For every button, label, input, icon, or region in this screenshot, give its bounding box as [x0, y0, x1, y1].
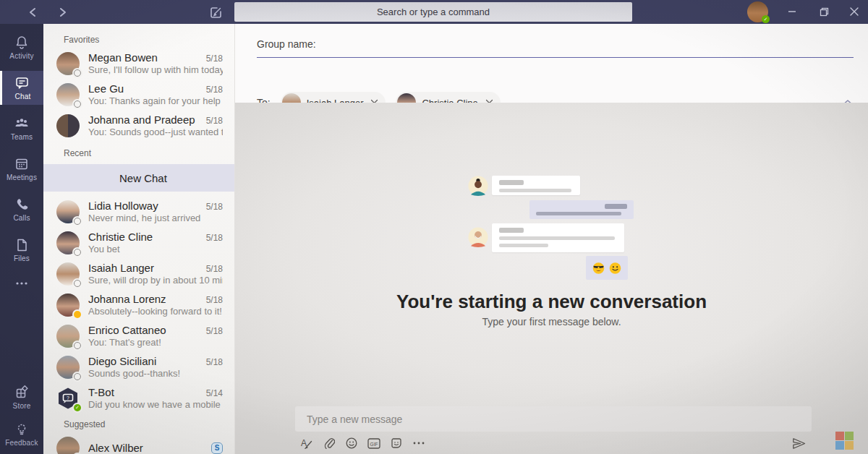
chat-list-item-johanna-lorenz[interactable]: Johanna Lorenz5/18 Absolutely--looking f…	[43, 289, 234, 320]
rail-item-teams[interactable]: Teams	[0, 111, 43, 145]
teams-people-icon	[14, 116, 30, 131]
chat-name: Johanna Lorenz	[88, 293, 202, 305]
rail-label: Feedback	[5, 439, 38, 447]
chat-preview: Sounds good--thanks!	[88, 368, 223, 379]
chat-time: 5/18	[206, 116, 223, 126]
presence-offline-icon	[74, 249, 81, 256]
chat-list-item-diego-siciliani[interactable]: Diego Siciliani5/18 Sounds good--thanks!	[43, 351, 234, 382]
close-button[interactable]	[845, 4, 864, 19]
chat-time: 5/18	[206, 357, 223, 367]
chat-list-item-t-bot[interactable]: ? ✓ T-Bot5/14 Did you know we have a mob…	[43, 382, 234, 414]
avatar	[56, 231, 80, 254]
chat-time: 5/18	[206, 85, 223, 95]
chat-time: 5/18	[206, 264, 223, 274]
new-chat-pane: Group name: To: Isaiah Langer Christie C…	[235, 24, 868, 454]
chat-list-item-isaiah-langer[interactable]: Isaiah Langer5/18 Sure, will drop by in …	[43, 258, 234, 289]
smiley-emoji-icon	[609, 260, 621, 276]
svg-text:?: ?	[67, 395, 69, 400]
chat-time: 5/18	[206, 326, 223, 336]
phone-icon	[14, 197, 29, 212]
chat-time: 5/18	[206, 202, 223, 212]
presence-offline-icon	[74, 218, 81, 225]
presence-offline-icon	[74, 100, 81, 108]
message-input[interactable]	[295, 406, 812, 432]
new-chat-compose-icon[interactable]	[207, 4, 224, 21]
chat-name: Johanna and Pradeep	[88, 113, 202, 126]
chat-list-item-megan-bowen[interactable]: Megan Bowen5/18 Sure, I'll follow up wit…	[43, 48, 234, 79]
presence-available-icon: ✓	[74, 404, 81, 411]
user-avatar[interactable]: ✓	[747, 1, 768, 22]
format-icon[interactable]: A	[300, 437, 313, 450]
rail-item-feedback[interactable]: Feedback	[0, 417, 43, 451]
sticker-icon[interactable]	[390, 437, 403, 450]
send-icon[interactable]	[791, 437, 806, 450]
emoji-icon[interactable]	[345, 437, 358, 450]
avatar-t-bot: ? ✓	[56, 387, 80, 410]
new-chat-label: New Chat	[119, 172, 167, 184]
chat-list-item-lee-gu[interactable]: Lee Gu5/18 You: Thanks again for your he…	[43, 79, 234, 110]
chat-list-item-new-chat-selected[interactable]: New Chat	[43, 164, 234, 192]
gif-icon[interactable]: GIF	[367, 437, 380, 450]
chat-preview: Sure, will drop by in about 10 min...	[88, 275, 223, 286]
chat-name: Alex Wilber	[88, 442, 203, 454]
bell-icon	[14, 35, 29, 50]
chat-list-panel: Favorites Megan Bowen5/18 Sure, I'll fol…	[43, 24, 235, 454]
presence-offline-icon	[74, 280, 81, 287]
group-name-row: Group name:	[257, 38, 854, 58]
rail-item-store[interactable]: Store	[0, 380, 43, 414]
conversation-canvas: You're starting a new conversation Type …	[235, 103, 868, 454]
search-input[interactable]	[234, 2, 632, 22]
rail-item-activity[interactable]: Activity	[0, 30, 43, 64]
chat-list-item-alex-wilber[interactable]: Alex Wilber S	[43, 432, 234, 454]
rail-label: Calls	[13, 214, 30, 222]
presence-offline-icon	[74, 373, 81, 380]
section-suggested: Suggested	[43, 414, 234, 432]
back-icon[interactable]	[25, 4, 41, 20]
group-name-label: Group name:	[257, 38, 316, 50]
empty-state-subheading: Type your first message below.	[235, 316, 868, 327]
attach-icon[interactable]	[323, 437, 336, 450]
maximize-button[interactable]	[814, 4, 833, 19]
chat-preview: You bet	[88, 244, 223, 254]
chat-list-item-enrico-cattaneo[interactable]: Enrico Cattaneo5/18 You: That's great!	[43, 320, 234, 351]
rail-more-icon[interactable]	[0, 277, 43, 290]
microsoft-logo	[835, 432, 854, 450]
chat-list-item-johanna-and-pradeep[interactable]: Johanna and Pradeep5/18 You: Sounds good…	[43, 110, 234, 141]
avatar	[56, 325, 80, 348]
placeholder-emoji-bubble	[586, 256, 628, 280]
rail-label: Meetings	[7, 174, 37, 181]
chat-name: Lee Gu	[88, 82, 202, 95]
chat-time: 5/18	[206, 295, 223, 305]
rail-label: Activity	[9, 52, 33, 60]
chat-preview: You: Sounds good--just wanted to...	[88, 127, 223, 137]
rail-label: Store	[13, 402, 31, 410]
group-name-input[interactable]	[323, 38, 854, 50]
avatar	[56, 356, 80, 379]
chat-time: 5/18	[206, 233, 223, 243]
rail-label: Chat	[15, 93, 31, 100]
new-conversation-illustration: You're starting a new conversation Type …	[235, 103, 868, 454]
avatar	[56, 294, 80, 317]
chat-list-item-christie-cline[interactable]: Christie Cline5/18 You bet	[43, 227, 234, 258]
rail-item-meetings[interactable]: Meetings	[0, 152, 43, 186]
chat-preview: Did you know we have a mobile a...	[88, 399, 223, 410]
calendar-icon	[14, 157, 29, 171]
minimize-button[interactable]	[783, 4, 801, 19]
chat-preview: You: That's great!	[88, 337, 223, 348]
chat-preview: You: Thanks again for your help at...	[88, 95, 223, 106]
store-icon	[14, 385, 29, 400]
more-options-icon[interactable]	[412, 437, 425, 450]
presence-offline-icon	[74, 69, 81, 77]
avatar	[56, 52, 80, 75]
chat-list-item-lidia-holloway[interactable]: Lidia Holloway5/18 Never mind, he just a…	[43, 196, 234, 227]
rail-item-calls[interactable]: Calls	[0, 192, 43, 226]
rail-spacer	[0, 290, 43, 380]
forward-icon[interactable]	[55, 4, 71, 20]
chat-preview: Sure, I'll follow up with him today	[88, 64, 223, 75]
empty-state-heading: You're starting a new conversation	[235, 291, 868, 313]
rail-item-files[interactable]: Files	[0, 233, 43, 267]
rail-item-chat[interactable]: Chat	[0, 71, 43, 105]
rail-label: Teams	[11, 133, 33, 141]
composer-toolbar: A GIF	[300, 437, 425, 450]
section-favorites: Favorites	[43, 24, 234, 48]
